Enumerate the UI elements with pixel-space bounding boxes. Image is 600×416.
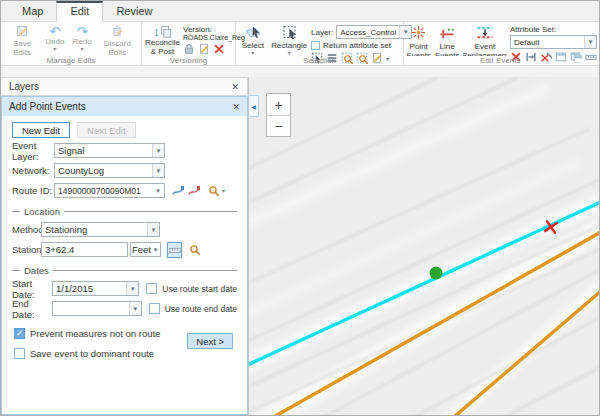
route-id-value: 14900000700090M01 xyxy=(55,186,152,196)
version-lock-icon[interactable] xyxy=(183,43,195,55)
point-events-button[interactable]: Point Events xyxy=(406,23,431,56)
rectangle-dropdown-caret-icon[interactable]: ▾ xyxy=(288,51,291,55)
event-layer-label: Event Layer: xyxy=(12,140,54,162)
select-icon xyxy=(245,25,261,42)
rectangle-button[interactable]: Rectangle ▾ xyxy=(271,23,308,56)
station-row: Station: Feet ▾ xyxy=(12,242,237,257)
point-events-icon xyxy=(411,25,426,43)
map-zoom-control: + − xyxy=(266,93,291,137)
prevent-measures-checkbox[interactable] xyxy=(14,328,25,339)
method-label: Method: xyxy=(12,224,41,235)
discard-edits-icon xyxy=(111,25,123,40)
event-layer-dropdown[interactable]: Signal ▾ xyxy=(54,143,165,158)
delete-version-icon[interactable] xyxy=(213,43,225,55)
map-canvas[interactable] xyxy=(249,77,599,415)
undo-dropdown-caret-icon[interactable]: ▾ xyxy=(53,47,56,51)
pick-station-tool-button[interactable] xyxy=(167,242,182,258)
units-arrow-icon[interactable]: ▾ xyxy=(151,243,160,256)
map-view[interactable]: ◀ + − xyxy=(249,77,599,415)
prevent-measures-label: Prevent measures not on route xyxy=(30,328,160,339)
versioning-detail-column: Version: ROADS.Claire_Reg xyxy=(183,23,233,55)
ribbon-tab-bar: Map Edit Review xyxy=(1,1,599,22)
station-zoom-icon[interactable] xyxy=(189,244,201,256)
attribute-set-label: Attribute Set: xyxy=(510,25,597,34)
return-attribute-set-checkbox[interactable] xyxy=(311,41,320,50)
line-events-icon xyxy=(439,25,455,43)
network-row: Network: CountyLog ▾ xyxy=(12,163,237,178)
layer-dropdown[interactable]: Access_Control ▾ xyxy=(336,25,412,39)
route-id-label: Route ID: xyxy=(12,185,54,196)
left-panel: Layers ✕ Add Point Events ✕ New Edit Nex… xyxy=(1,77,249,415)
next-button[interactable]: Next > xyxy=(187,333,233,349)
version-value: ROADS.Claire_Reg xyxy=(183,34,233,41)
save-edits-button[interactable]: Save Edits xyxy=(4,23,41,56)
ribbon: Save Edits ↶ Undo ▾ ↷ Redo ▾ Discard Edi… xyxy=(1,22,599,66)
network-dropdown[interactable]: CountyLog ▾ xyxy=(54,163,165,178)
use-route-end-checkbox[interactable] xyxy=(149,303,160,314)
method-value: Stationing xyxy=(42,224,147,235)
point-event-marker[interactable] xyxy=(430,267,443,280)
network-arrow-icon[interactable]: ▾ xyxy=(152,164,164,177)
tab-review[interactable]: Review xyxy=(103,1,165,22)
edit-buttons-row: New Edit Next Edit xyxy=(12,122,237,138)
tab-map[interactable]: Map xyxy=(9,1,56,22)
start-date-arrow-icon[interactable]: ▾ xyxy=(126,282,138,295)
attribute-set-arrow-icon[interactable]: ▾ xyxy=(584,36,596,48)
event-layer-arrow-icon[interactable]: ▾ xyxy=(152,144,164,157)
save-dominant-checkbox[interactable] xyxy=(14,348,25,359)
new-version-icon[interactable] xyxy=(198,43,210,55)
pick-station-icon xyxy=(169,244,181,256)
group-selection: Select ▾ Rectangle ▾ Layer: Access_Contr… xyxy=(236,22,404,65)
start-date-dropdown[interactable]: 1/1/2015 ▾ xyxy=(52,281,139,296)
use-route-end-label: Use route end date xyxy=(165,304,237,314)
units-dropdown[interactable]: Feet ▾ xyxy=(130,242,161,257)
station-label: Station: xyxy=(12,244,41,255)
line-events-button[interactable]: Line Events xyxy=(434,23,459,56)
pane-title: Add Point Events xyxy=(9,101,86,112)
route-id-dropdown[interactable]: 14900000700090M01 ▾ xyxy=(54,183,165,198)
rectangle-icon xyxy=(282,25,297,42)
select-route-on-map-icon[interactable] xyxy=(172,185,184,197)
add-point-events-pane: Add Point Events ✕ New Edit Next Edit Ev… xyxy=(1,96,248,415)
save-edits-icon xyxy=(16,25,28,40)
route-zoom-caret-icon[interactable]: ▾ xyxy=(222,187,225,194)
method-arrow-icon[interactable]: ▾ xyxy=(147,223,159,236)
add-point-events-header: Add Point Events ✕ xyxy=(2,97,247,116)
group-versioning: ↕ Reconcile & Post Version: ROADS.Claire… xyxy=(142,22,236,65)
discard-edits-button[interactable]: Discard Edits xyxy=(96,23,138,56)
undo-button[interactable]: ↶ Undo ▾ xyxy=(42,23,68,56)
zoom-out-button[interactable]: − xyxy=(267,115,290,136)
attribute-set-dropdown[interactable]: Default ▾ xyxy=(510,35,597,49)
new-edit-button[interactable]: New Edit xyxy=(12,122,70,138)
use-route-start-checkbox[interactable] xyxy=(146,283,157,294)
tab-edit[interactable]: Edit xyxy=(56,1,103,22)
zoom-in-button[interactable]: + xyxy=(267,94,290,115)
station-input[interactable] xyxy=(41,242,128,257)
collapse-arrow-icon: ◀ xyxy=(251,103,256,110)
redo-dropdown-caret-icon[interactable]: ▾ xyxy=(81,47,84,51)
group-manage-edits: Save Edits ↶ Undo ▾ ↷ Redo ▾ Discard Edi… xyxy=(1,22,142,65)
group-label-versioning: Versioning xyxy=(142,56,235,65)
event-replacement-button[interactable]: Event Replacement xyxy=(463,23,507,56)
route-id-arrow-icon[interactable]: ▾ xyxy=(152,184,164,197)
group-label-edit-events: Edit Events xyxy=(404,56,599,65)
ribbon-content-gap xyxy=(1,67,599,77)
pane-close-icon[interactable]: ✕ xyxy=(232,102,240,112)
end-date-dropdown[interactable]: ▾ xyxy=(52,301,142,316)
layer-label: Layer: xyxy=(311,28,333,37)
panel-collapse-button[interactable]: ◀ xyxy=(249,95,259,117)
layers-close-icon[interactable]: ✕ xyxy=(231,82,239,92)
select-dropdown-caret-icon[interactable]: ▾ xyxy=(251,51,254,55)
method-dropdown[interactable]: Stationing ▾ xyxy=(41,222,160,237)
clear-route-icon[interactable] xyxy=(188,185,200,197)
next-edit-button[interactable]: Next Edit xyxy=(77,122,136,138)
select-button[interactable]: Select ▾ xyxy=(238,23,268,56)
units-value: Feet xyxy=(131,244,151,255)
layers-pane-header: Layers ✕ xyxy=(1,77,248,96)
end-date-row: End Date: ▾ Use route end date xyxy=(12,301,237,316)
redo-button[interactable]: ↷ Redo ▾ xyxy=(69,23,95,56)
end-date-arrow-icon[interactable]: ▾ xyxy=(129,302,141,315)
attribute-set-value: Default xyxy=(511,38,584,47)
reconcile-post-button[interactable]: ↕ Reconcile & Post xyxy=(144,23,181,56)
route-zoom-icon[interactable] xyxy=(208,185,220,197)
